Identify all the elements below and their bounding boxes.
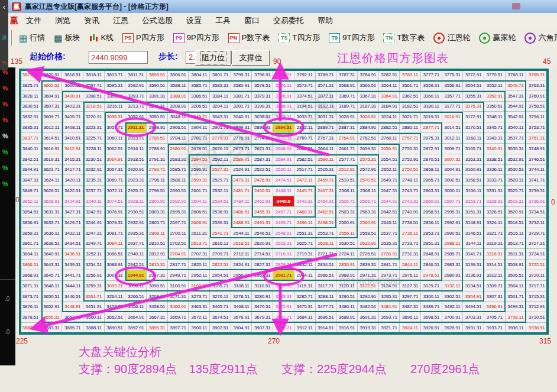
grid-cell[interactable]: 2568.11 bbox=[358, 186, 379, 196]
grid-cell[interactable]: 3897.71 bbox=[168, 323, 189, 333]
grid-cell[interactable]: 3722.51 bbox=[526, 260, 548, 270]
grid-cell[interactable]: 3388.91 bbox=[168, 91, 189, 102]
grid-cell[interactable]: 3300.11 bbox=[421, 291, 442, 302]
grid-cell[interactable]: 2476.91 bbox=[252, 175, 273, 186]
grid-cell[interactable]: 3336.11 bbox=[484, 165, 506, 176]
grid-cell[interactable]: 2954.51 bbox=[210, 270, 231, 281]
grid-cell[interactable]: 2745.71 bbox=[400, 186, 421, 196]
grid-cell[interactable]: 2613.71 bbox=[189, 238, 210, 249]
grid-cell[interactable]: 3067.31 bbox=[105, 165, 126, 176]
grid-cell[interactable]: 2606.51 bbox=[189, 207, 210, 218]
grid-cell[interactable]: 3895.31 bbox=[147, 323, 168, 333]
grid-cell[interactable]: 3744.11 bbox=[526, 165, 548, 176]
grid-cell[interactable]: 2676.11 bbox=[210, 144, 231, 154]
grid-cell[interactable]: 3794.51 bbox=[273, 70, 294, 80]
grid-cell[interactable]: 3801.71 bbox=[210, 70, 231, 80]
grid-cell[interactable]: 3156.11 bbox=[463, 186, 484, 196]
grid-cell[interactable]: 3024.11 bbox=[379, 112, 400, 122]
grid-cell[interactable]: 2498.51 bbox=[316, 218, 337, 228]
grid-cell[interactable]: 3302.51 bbox=[442, 291, 464, 302]
grid-cell[interactable]: 2798.51 bbox=[147, 186, 168, 196]
grid-cell[interactable]: 3525.71 bbox=[506, 186, 527, 196]
grid-cell[interactable]: 2964.11 bbox=[294, 270, 316, 281]
grid-cell[interactable]: 2572.91 bbox=[358, 165, 379, 176]
grid-cell[interactable]: 3914.51 bbox=[316, 323, 337, 333]
grid-cell[interactable]: 3504.11 bbox=[506, 281, 527, 291]
grid-cell[interactable]: 2743.31 bbox=[400, 196, 421, 207]
grid-cell[interactable]: 3201.71 bbox=[231, 102, 252, 112]
grid-cell[interactable]: 2611.31 bbox=[189, 228, 210, 239]
grid-cell[interactable]: 3014.51 bbox=[442, 122, 464, 133]
start-price-input[interactable] bbox=[89, 51, 148, 64]
grid-cell[interactable]: 2522.51 bbox=[252, 165, 273, 176]
grid-cell[interactable]: 3199.31 bbox=[252, 102, 273, 112]
grid-cell[interactable]: 3494.51 bbox=[463, 302, 484, 312]
grid-cell[interactable]: 2724.11 bbox=[336, 249, 358, 260]
support-cell[interactable]: 2944.91 bbox=[125, 270, 147, 281]
grid-cell[interactable]: 3484.91 bbox=[379, 302, 400, 312]
menu-item-资讯[interactable]: 资讯 bbox=[78, 15, 105, 26]
grid-cell[interactable]: 3806.51 bbox=[168, 70, 189, 80]
grid-cell[interactable]: 3424.91 bbox=[62, 196, 83, 207]
grid-cell[interactable]: 2517.71 bbox=[294, 165, 316, 176]
grid-cell[interactable]: 3564.11 bbox=[379, 80, 400, 91]
grid-cell[interactable]: 3640.91 bbox=[41, 249, 63, 260]
grid-cell[interactable]: 2659.31 bbox=[358, 144, 379, 154]
grid-cell[interactable]: 2865.71 bbox=[421, 175, 442, 186]
grid-cell[interactable]: 3247.31 bbox=[83, 228, 105, 239]
grid-cell[interactable]: 3016.91 bbox=[442, 112, 464, 122]
grid-cell[interactable]: 3072.11 bbox=[105, 186, 126, 196]
grid-cell[interactable]: 3909.71 bbox=[273, 323, 294, 333]
grid-cell[interactable]: 3866.51 bbox=[20, 260, 41, 270]
grid-cell[interactable]: 3650.51 bbox=[41, 291, 63, 302]
grid-cell[interactable]: 2556.11 bbox=[336, 228, 358, 239]
grid-cell[interactable]: 3151.31 bbox=[463, 207, 484, 218]
grid-cell[interactable]: 2685.71 bbox=[168, 165, 189, 176]
grid-cell[interactable]: 3139.31 bbox=[463, 260, 484, 270]
grid-cell[interactable]: 2452.91 bbox=[252, 196, 273, 207]
grid-cell[interactable]: 3103.31 bbox=[189, 281, 210, 291]
grid-cell[interactable]: 3278.51 bbox=[231, 291, 252, 302]
grid-cell[interactable]: 2786.51 bbox=[147, 133, 168, 144]
grid-cell[interactable]: 3444.11 bbox=[62, 281, 83, 291]
grid-cell[interactable]: 3076.91 bbox=[105, 207, 126, 218]
grid-cell[interactable]: 2692.91 bbox=[168, 196, 189, 207]
grid-cell[interactable]: 3652.91 bbox=[41, 302, 63, 312]
grid-cell[interactable]: 2642.51 bbox=[379, 207, 400, 218]
grid-cell[interactable]: 3374.51 bbox=[294, 91, 316, 102]
grid-cell[interactable]: 3350.51 bbox=[484, 102, 506, 112]
grid-cell[interactable]: 2580.11 bbox=[316, 154, 337, 165]
grid-cell[interactable]: 3232.91 bbox=[83, 165, 105, 176]
grid-cell[interactable]: 2678.51 bbox=[189, 144, 210, 154]
support-button[interactable]: 支撑位 bbox=[232, 50, 270, 66]
grid-cell[interactable]: 3513.71 bbox=[506, 238, 527, 249]
grid-cell[interactable]: 3508.91 bbox=[506, 260, 527, 270]
grid-cell[interactable]: 2918.51 bbox=[125, 154, 147, 165]
grid-cell[interactable]: 3885.71 bbox=[62, 323, 83, 333]
grid-cell[interactable]: 3919.31 bbox=[358, 323, 379, 333]
grid-cell[interactable]: 2760.11 bbox=[379, 133, 400, 144]
grid-cell[interactable]: 2793.71 bbox=[147, 165, 168, 176]
grid-cell[interactable]: 3254.51 bbox=[83, 260, 105, 270]
grid-cell[interactable]: 2752.91 bbox=[400, 154, 421, 165]
grid-cell[interactable]: 3211.31 bbox=[147, 102, 168, 112]
grid-cell[interactable]: 3657.71 bbox=[62, 312, 83, 323]
grid-cell[interactable]: 3153.71 bbox=[463, 196, 484, 207]
grid-cell[interactable]: 2503.31 bbox=[336, 207, 358, 218]
grid-cell[interactable]: 3712.91 bbox=[526, 302, 548, 312]
grid-cell[interactable]: 3280.91 bbox=[252, 291, 273, 302]
grid-cell[interactable]: 2596.91 bbox=[189, 165, 210, 176]
grid-cell[interactable]: 2901.71 bbox=[210, 122, 231, 133]
grid-cell[interactable]: 2856.11 bbox=[421, 218, 442, 228]
grid-cell[interactable]: 3439.31 bbox=[62, 260, 83, 270]
grid-cell[interactable]: 3432.11 bbox=[62, 228, 83, 239]
grid-cell[interactable]: 3040.91 bbox=[231, 112, 252, 122]
support-cell[interactable]: 2911.31 bbox=[125, 122, 147, 133]
grid-cell[interactable]: 2721.71 bbox=[316, 249, 337, 260]
grid-cell[interactable]: 3679.31 bbox=[252, 312, 273, 323]
grid-cell[interactable]: 3268.91 bbox=[147, 291, 168, 302]
grid-cell[interactable]: 2673.71 bbox=[231, 144, 252, 154]
grid-cell[interactable]: 3052.91 bbox=[125, 112, 147, 122]
grid-cell[interactable]: 2788.91 bbox=[147, 144, 168, 154]
grid-cell[interactable]: 3912.11 bbox=[294, 323, 316, 333]
